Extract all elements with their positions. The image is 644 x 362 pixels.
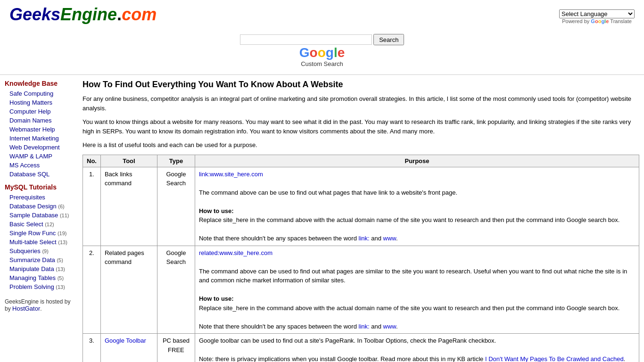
search-input[interactable] [240,34,372,45]
row1-type: Google Search [157,167,195,246]
row1-note-link2[interactable]: www [383,235,396,242]
row3-type: PC based FREE [157,334,195,362]
google-logo: Google [299,45,345,60]
row1-link[interactable]: link:www.site_here.com [199,171,263,178]
sidebar-item-sample-database[interactable]: Sample Database (11) [5,211,78,220]
row3-tool: Google Toolbar [100,334,157,362]
row2-note-link1[interactable]: link: [359,323,370,330]
row2-link[interactable]: related:www.site_here.com [199,249,272,256]
page-title: How To Find Out Everything You Want To K… [83,80,639,90]
logo-geeks: Geeks [9,5,60,24]
sidebar-item-prerequisites[interactable]: Prerequisites [5,193,78,202]
intro-paragraph-1: For any online business, competitor anal… [83,94,639,113]
row1-note-link1[interactable]: link: [359,235,370,242]
sidebar-item-web-development[interactable]: Web Development [5,143,78,152]
powered-by: Powered by Google Translate [559,18,635,24]
sidebar-item-domain-names[interactable]: Domain Names [5,116,78,125]
hostgator-link[interactable]: HostGator [12,305,40,312]
sidebar: Knowledge Base Safe Computing Hosting Ma… [5,80,78,362]
table-row: 3. Google Toolbar PC based FREE Google t… [83,334,639,362]
sidebar-item-summarize-data[interactable]: Summarize Data (5) [5,255,78,264]
logo-com: com [122,5,157,24]
row1-no: 1. [83,167,101,246]
intro-paragraph-3: Here is a list of useful tools and each … [83,140,639,150]
main-layout: Knowledge Base Safe Computing Hosting Ma… [0,75,644,362]
content-area: How To Find Out Everything You Want To K… [83,80,639,362]
row3-no: 3. [83,334,101,362]
hosted-info: GeeksEngine is hosted by by HostGator. [5,298,78,312]
hosted-text: GeeksEngine is hosted by [5,298,70,305]
sidebar-item-wamp-lamp[interactable]: WAMP & LAMP [5,152,78,161]
table-row: 1. Back links command Google Search link… [83,167,639,246]
language-select[interactable]: Select Language [559,9,635,18]
sidebar-item-subqueries[interactable]: Subqueries (9) [5,247,78,255]
kb-section-title: Knowledge Base [5,80,78,87]
row1-tool: Back links command [100,167,157,246]
row1-purpose: link:www.site_here.com The command above… [195,167,639,246]
row2-no: 2. [83,246,101,334]
table-row: 2. Related pages command Google Search r… [83,246,639,334]
col-type: Type [157,155,195,167]
logo-dot: . [117,5,122,24]
row3-purpose: Google toolbar can be used to find out a… [195,334,639,362]
sidebar-item-database-sql[interactable]: Database SQL [5,170,78,179]
col-tool: Tool [100,155,157,167]
header: GeeksEngine.com Select Language Powered … [0,0,644,29]
translate-box: Select Language Powered by Google Transl… [559,9,635,24]
sidebar-item-safe-computing[interactable]: Safe Computing [5,89,78,98]
sidebar-item-hosting-matters[interactable]: Hosting Matters [5,98,78,107]
row2-tool: Related pages command [100,246,157,334]
sidebar-item-basic-select[interactable]: Basic Select (12) [5,220,78,229]
search-button[interactable]: Search [373,34,404,45]
sidebar-item-webmaster-help[interactable]: Webmaster Help [5,125,78,134]
row2-type: Google Search [157,246,195,334]
col-no: No. [83,155,101,167]
sidebar-item-ms-access[interactable]: MS Access [5,161,78,170]
sidebar-item-manipulate-data[interactable]: Manipulate Data (13) [5,264,78,273]
col-purpose: Purpose [195,155,639,167]
sidebar-item-database-design[interactable]: Database Design (6) [5,202,78,211]
sidebar-item-problem-solving[interactable]: Problem Solving (13) [5,282,78,291]
row3-kb-link[interactable]: I Don't Want My Pages To Be Crawled and … [485,355,624,362]
logo-engine: Engine [60,5,117,24]
sidebar-item-single-row-func[interactable]: Single Row Func (19) [5,229,78,238]
site-logo: GeeksEngine.com [9,5,157,25]
sidebar-item-internet-marketing[interactable]: Internet Marketing [5,134,78,143]
sidebar-item-managing-tables[interactable]: Managing Tables (5) [5,273,78,282]
sidebar-item-computer-help[interactable]: Computer Help [5,107,78,116]
mysql-section-title: MySQL Tutorials [5,183,78,191]
sidebar-item-multi-table-select[interactable]: Multi-table Select (13) [5,238,78,247]
intro-paragraph-2: You want to know things about a website … [83,117,639,136]
search-area: Search Google Custom Search [0,29,644,75]
google-brand: Google [591,18,610,24]
row2-purpose: related:www.site_here.com The command ab… [195,246,639,334]
tools-table: No. Tool Type Purpose 1. Back links comm… [83,155,639,362]
custom-search-label: Custom Search [0,60,644,67]
google-toolbar-link[interactable]: Google Toolbar [105,337,146,344]
row2-note-link2[interactable]: www [383,323,396,330]
